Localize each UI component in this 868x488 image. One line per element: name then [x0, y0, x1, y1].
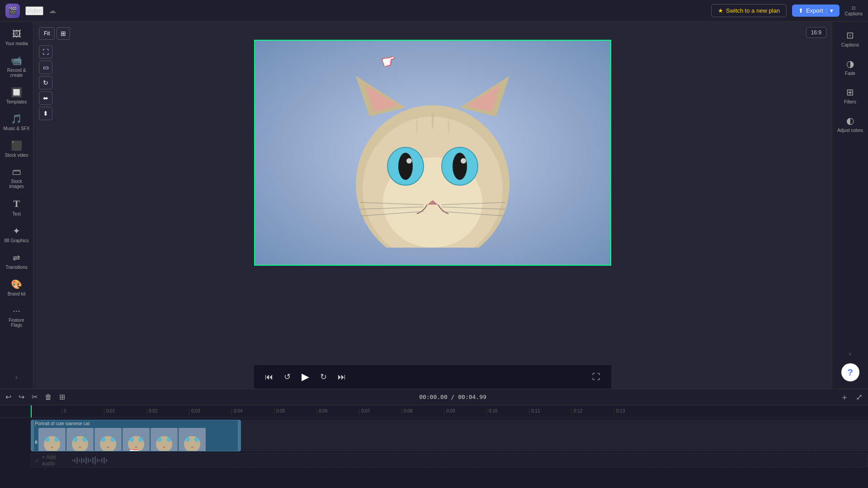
playback-controls: ⏮ ↺ ▶ ↻ ⏭ ⛶ — [254, 365, 611, 389]
clip-handle-right[interactable] — [238, 420, 241, 451]
brand-icon: 🎨 — [11, 279, 22, 290]
sidebar-item-text[interactable]: T Text — [1, 194, 32, 220]
ruler-mark: 0 — [61, 408, 104, 415]
timeline-toolbar: ↩ ↪ ✂ 🗑 ⊞ 00:00.00 / 00:04.99 ＋ ⤢ — [0, 389, 868, 405]
aspect-ratio-badge[interactable]: 16:9 — [806, 27, 826, 38]
rewind-button[interactable]: ↺ — [280, 370, 294, 384]
clip-handle-left[interactable] — [31, 420, 34, 451]
sidebar-item-transitions[interactable]: ⇌ Transitions — [1, 249, 32, 273]
right-sidebar-fade[interactable]: ◑ Fade — [834, 54, 867, 80]
sidebar-item-music-sfx[interactable]: 🎵 Music & SFX — [1, 110, 32, 135]
video-clip[interactable]: Portrait of cute siamese cat ⏸ — [31, 420, 241, 451]
clip-pause-indicator: ⏸ — [34, 440, 38, 445]
add-audio-label[interactable]: + Add audio — [42, 454, 69, 467]
captions-right-icon: ⊡ — [846, 30, 854, 41]
canvas-area: Fit ⊞ ⛶ ▭ ↻ ⬌ ⬍ — [33, 22, 832, 389]
svg-point-43 — [185, 437, 190, 442]
forward-button[interactable]: ↻ — [316, 370, 330, 384]
svg-point-28 — [82, 437, 87, 442]
play-pause-button[interactable]: ▶ — [298, 369, 313, 385]
sidebar-item-stock-video[interactable]: ⬛ Stock video — [1, 136, 32, 161]
svg-point-44 — [194, 437, 199, 442]
fade-icon: ◑ — [846, 58, 854, 69]
cloud-save-icon: ☁ — [49, 6, 56, 15]
svg-point-9 — [398, 153, 413, 180]
ruler-mark: 0:05 — [274, 408, 316, 415]
cat-illustration — [347, 58, 519, 248]
text-overlay-button[interactable]: ▭ — [39, 61, 52, 74]
sidebar-item-graphics[interactable]: ✦ 88 Graphics — [1, 222, 32, 247]
skip-to-start-button[interactable]: ⏮ — [261, 371, 277, 384]
graphics-icon: ✦ — [13, 225, 20, 236]
svg-point-35 — [129, 437, 134, 442]
star-icon: ★ — [718, 7, 723, 14]
music-note-icon: ♫ — [35, 457, 39, 464]
clip-thumbnail — [179, 428, 206, 451]
help-button[interactable]: ? — [841, 363, 859, 381]
topbar: 🎬 Video ☁ ★ Switch to a new plan ⬆ Expor… — [0, 0, 868, 22]
captions-button[interactable]: ⊡ Captions — [845, 5, 863, 16]
svg-point-23 — [45, 437, 50, 442]
clip-thumbnail — [151, 428, 178, 451]
stock-video-icon: ⬛ — [11, 140, 22, 151]
left-sidebar: 🖼 Your media 📹 Record & create 🔲 Templat… — [0, 22, 33, 389]
text-icon: T — [13, 198, 20, 210]
audio-track[interactable]: ♫ + Add audio — [31, 453, 868, 468]
clip-thumbnail — [94, 428, 122, 451]
fit-button[interactable]: Fit — [39, 27, 55, 40]
main-area: 🖼 Your media 📹 Record & create 🔲 Templat… — [0, 22, 868, 389]
right-sidebar-captions[interactable]: ⊡ Captions — [834, 25, 867, 52]
track-label-area — [0, 420, 31, 486]
clip-label: Portrait of cute siamese cat — [35, 421, 90, 426]
ruler-mark: 0:12 — [571, 408, 614, 415]
cut-button[interactable]: ✂ — [30, 391, 39, 403]
sidebar-collapse-button[interactable]: › — [12, 370, 21, 385]
right-sidebar-filters[interactable]: ⊞ Filters — [834, 82, 867, 109]
ruler-mark: 0:01 — [104, 408, 146, 415]
ruler-mark: 0:08 — [401, 408, 444, 415]
sidebar-item-feature-flags[interactable]: ··· Feature Flags — [1, 302, 32, 331]
flip-v-button[interactable]: ⬍ — [39, 107, 52, 120]
delete-button[interactable]: 🗑 — [43, 391, 54, 403]
music-icon: 🎵 — [11, 113, 22, 124]
svg-point-39 — [157, 437, 162, 442]
save-to-media-button[interactable]: ⊞ — [57, 391, 67, 403]
svg-point-12 — [461, 158, 466, 164]
ruler-mark: 0:06 — [316, 408, 359, 415]
ruler-mark: 0:13 — [614, 408, 656, 415]
redo-button[interactable]: ↪ — [17, 391, 26, 403]
sidebar-item-your-media[interactable]: 🖼 Your media — [1, 25, 32, 50]
sidebar-item-stock-images[interactable]: 🗃 Stock images — [1, 163, 32, 192]
skip-to-end-button[interactable]: ⏭ — [334, 371, 349, 384]
sidebar-item-templates[interactable]: 🔲 Templates — [1, 83, 32, 108]
ruler-mark: 0:02 — [146, 408, 189, 415]
project-title[interactable]: Video — [25, 6, 43, 15]
sidebar-item-brand[interactable]: 🎨 Brand kit — [1, 275, 32, 300]
media-icon: 🖼 — [12, 29, 21, 39]
ruler-marks: 0 0:01 0:02 0:03 0:04 0:05 0:06 0:07 0:0… — [61, 408, 868, 415]
timeline-zoom-out-button[interactable]: ⤢ — [854, 390, 864, 404]
sidebar-item-record-create[interactable]: 📹 Record & create — [1, 52, 32, 81]
timeline-zoom-in-button[interactable]: ＋ — [839, 390, 850, 404]
adjust-colors-icon: ◐ — [846, 115, 854, 126]
svg-point-36 — [138, 437, 143, 442]
svg-point-11 — [406, 158, 412, 164]
record-icon: 📹 — [11, 55, 22, 66]
fullscreen-button[interactable]: ⛶ — [589, 371, 604, 384]
ruler-mark: 0:09 — [444, 408, 486, 415]
right-sidebar-collapse-button[interactable]: ‹ — [845, 346, 855, 361]
timeline-playhead — [31, 405, 32, 418]
rotate-tool-button[interactable]: ↻ — [39, 76, 52, 89]
svg-point-31 — [101, 437, 106, 442]
switch-plan-button[interactable]: ★ Switch to a new plan — [711, 4, 787, 17]
undo-button[interactable]: ↩ — [4, 391, 13, 403]
crop-tool-button[interactable]: ⛶ — [39, 45, 52, 59]
filters-icon: ⊞ — [846, 87, 854, 98]
templates-icon: 🔲 — [11, 87, 22, 98]
export-chevron-icon: ▾ — [826, 7, 833, 14]
flip-h-button[interactable]: ⬌ — [39, 91, 52, 105]
right-sidebar-adjust-colors[interactable]: ◐ Adjust colors — [834, 111, 867, 137]
resize-view-button[interactable]: ⊞ — [57, 27, 70, 40]
export-button[interactable]: ⬆ Export ▾ — [792, 5, 840, 17]
captions-icon: ⊡ — [852, 5, 855, 10]
